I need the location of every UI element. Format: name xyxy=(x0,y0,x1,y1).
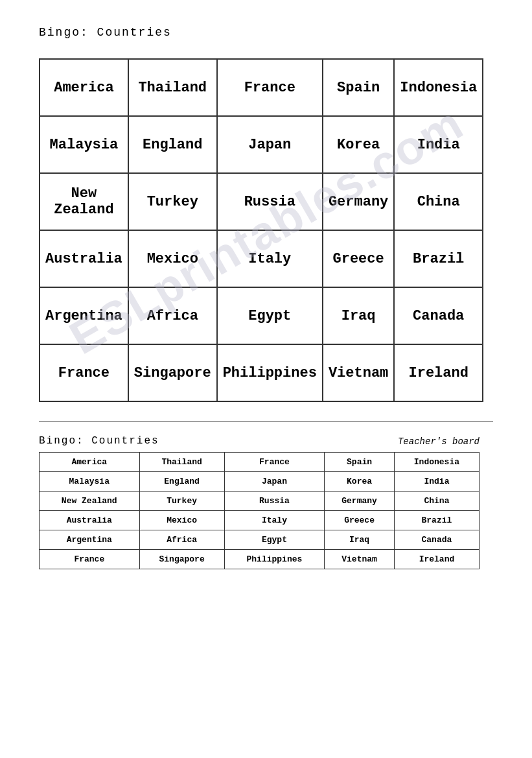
table-cell: Turkey xyxy=(139,492,224,511)
teachers-board-label: Teacher's board xyxy=(398,436,480,447)
teacher-title: Bingo: Countries xyxy=(39,435,159,447)
table-row: New ZealandTurkeyRussiaGermanyChina xyxy=(40,492,480,511)
table-cell: Australia xyxy=(40,230,128,287)
table-cell: Thailand xyxy=(139,453,224,472)
table-cell: England xyxy=(139,472,224,492)
table-cell: Argentina xyxy=(40,530,140,550)
table-cell: Indonesia xyxy=(394,453,479,472)
bingo-table-small: AmericaThailandFranceSpainIndonesiaMalay… xyxy=(39,452,480,569)
table-cell: Canada xyxy=(394,530,479,550)
table-cell: China xyxy=(394,173,483,230)
table-cell: Malaysia xyxy=(40,116,128,173)
table-cell: Korea xyxy=(323,116,394,173)
table-cell: Spain xyxy=(323,59,394,116)
table-cell: Vietnam xyxy=(325,550,395,569)
table-cell: Greece xyxy=(323,230,394,287)
table-row: AmericaThailandFranceSpainIndonesia xyxy=(40,453,480,472)
table-cell: Australia xyxy=(40,511,140,530)
table-cell: Mexico xyxy=(139,511,224,530)
table-cell: France xyxy=(40,344,128,401)
table-cell: Thailand xyxy=(128,59,217,116)
table-cell: Italy xyxy=(217,230,323,287)
table-cell: Russia xyxy=(224,492,325,511)
table-cell: Malaysia xyxy=(40,472,140,492)
section-divider xyxy=(39,421,493,422)
table-cell: America xyxy=(40,453,140,472)
table-cell: Africa xyxy=(128,287,217,344)
table-row: MalaysiaEnglandJapanKoreaIndia xyxy=(40,116,483,173)
table-cell: France xyxy=(224,453,325,472)
table-cell: Brazil xyxy=(394,230,483,287)
table-cell: New Zealand xyxy=(40,492,140,511)
bingo-table-large: AmericaThailandFranceSpainIndonesiaMalay… xyxy=(39,58,483,402)
table-cell: India xyxy=(394,472,479,492)
table-cell: Egypt xyxy=(224,530,325,550)
table-cell: France xyxy=(40,550,140,569)
table-cell: Singapore xyxy=(128,344,217,401)
table-cell: Germany xyxy=(325,492,395,511)
table-cell: Vietnam xyxy=(323,344,394,401)
table-row: New ZealandTurkeyRussiaGermanyChina xyxy=(40,173,483,230)
table-cell: France xyxy=(217,59,323,116)
table-cell: Ireland xyxy=(394,344,483,401)
table-cell: Turkey xyxy=(128,173,217,230)
table-row: AustraliaMexicoItalyGreeceBrazil xyxy=(40,511,480,530)
table-cell: Japan xyxy=(224,472,325,492)
table-cell: Greece xyxy=(325,511,395,530)
table-row: ArgentinaAfricaEgyptIraqCanada xyxy=(40,530,480,550)
table-cell: Italy xyxy=(224,511,325,530)
table-cell: Africa xyxy=(139,530,224,550)
table-cell: Singapore xyxy=(139,550,224,569)
teacher-header: Bingo: Countries Teacher's board xyxy=(39,435,480,447)
table-cell: Canada xyxy=(394,287,483,344)
table-cell: Iraq xyxy=(323,287,394,344)
table-cell: India xyxy=(394,116,483,173)
table-row: MalaysiaEnglandJapanKoreaIndia xyxy=(40,472,480,492)
table-cell: Argentina xyxy=(40,287,128,344)
table-cell: Korea xyxy=(325,472,395,492)
table-row: FranceSingaporePhilippinesVietnamIreland xyxy=(40,550,480,569)
table-cell: Iraq xyxy=(325,530,395,550)
table-cell: Mexico xyxy=(128,230,217,287)
table-cell: America xyxy=(40,59,128,116)
table-cell: Brazil xyxy=(394,511,479,530)
table-cell: Japan xyxy=(217,116,323,173)
table-cell: Philippines xyxy=(224,550,325,569)
table-row: FranceSingaporePhilippinesVietnamIreland xyxy=(40,344,483,401)
table-cell: Russia xyxy=(217,173,323,230)
table-cell: China xyxy=(394,492,479,511)
table-cell: Egypt xyxy=(217,287,323,344)
table-cell: New Zealand xyxy=(40,173,128,230)
page-title: Bingo: Countries xyxy=(39,26,493,39)
table-cell: Philippines xyxy=(217,344,323,401)
bingo-card-container: AmericaThailandFranceSpainIndonesiaMalay… xyxy=(39,58,493,402)
table-cell: Spain xyxy=(325,453,395,472)
table-row: ArgentinaAfricaEgyptIraqCanada xyxy=(40,287,483,344)
table-cell: England xyxy=(128,116,217,173)
table-cell: Ireland xyxy=(394,550,479,569)
table-cell: Indonesia xyxy=(394,59,483,116)
table-cell: Germany xyxy=(323,173,394,230)
table-row: AustraliaMexicoItalyGreeceBrazil xyxy=(40,230,483,287)
table-row: AmericaThailandFranceSpainIndonesia xyxy=(40,59,483,116)
